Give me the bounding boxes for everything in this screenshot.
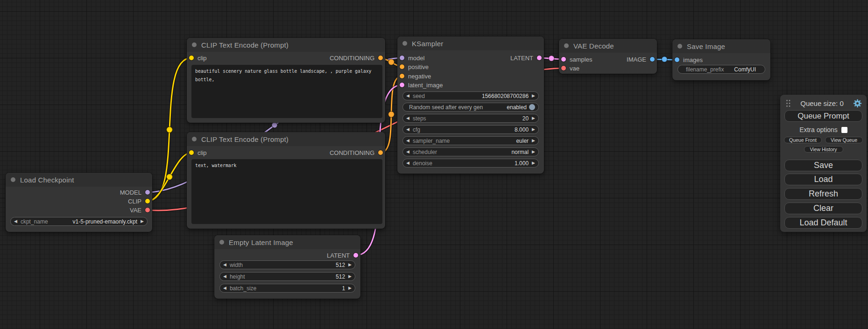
load-default-button[interactable]: Load Default — [784, 217, 862, 229]
widget-seed[interactable]: ◀ seed 156680208700286 ▶ — [402, 91, 539, 100]
widget-cfg[interactable]: ◀ cfg 8.000 ▶ — [402, 125, 539, 134]
node-title-bar[interactable]: Empty Latent Image — [214, 235, 360, 249]
collapse-dot-icon[interactable] — [192, 42, 197, 47]
widget-steps[interactable]: ◀ steps 20 ▶ — [402, 114, 539, 123]
widget-sampler-name[interactable]: ◀ sampler_name euler ▶ — [402, 136, 539, 145]
input-slot-vae[interactable]: vae — [561, 63, 579, 73]
input-slot-positive[interactable]: positive — [400, 62, 429, 71]
decrement-arrow-icon[interactable]: ◀ — [406, 127, 409, 132]
collapse-dot-icon[interactable] — [192, 137, 197, 141]
decrement-arrow-icon[interactable]: ◀ — [406, 94, 409, 98]
node-title-bar[interactable]: KSampler — [397, 36, 544, 50]
conditioning-output-dot[interactable] — [378, 56, 383, 60]
node-title-bar[interactable]: CLIP Text Encode (Prompt) — [187, 38, 385, 52]
latent-output-dot[interactable] — [537, 56, 542, 60]
input-slot-samples[interactable]: samples — [561, 55, 592, 64]
load-button[interactable]: Load — [784, 174, 862, 185]
increment-arrow-icon[interactable]: ▶ — [348, 286, 352, 290]
output-slot-image[interactable]: IMAGE — [627, 55, 655, 64]
image-output-dot[interactable] — [650, 57, 655, 62]
clip-input-dot[interactable] — [189, 150, 194, 155]
decrement-arrow-icon[interactable]: ◀ — [406, 139, 409, 143]
images-input-dot[interactable] — [675, 57, 679, 62]
latent-input-dot[interactable] — [400, 83, 404, 87]
positive-input-dot[interactable] — [400, 64, 404, 69]
decrement-arrow-icon[interactable]: ◀ — [406, 116, 409, 120]
collapse-dot-icon[interactable] — [402, 41, 407, 46]
increment-arrow-icon[interactable]: ▶ — [141, 219, 144, 224]
widget-width[interactable]: ◀ width 512 ▶ — [219, 260, 355, 269]
clear-button[interactable]: Clear — [784, 203, 862, 214]
extra-options-checkbox[interactable] — [841, 127, 847, 133]
output-slot-latent[interactable]: LATENT — [510, 53, 542, 63]
input-slot-latent-image[interactable]: latent_image — [400, 80, 443, 90]
collapse-dot-icon[interactable] — [677, 44, 682, 49]
increment-arrow-icon[interactable]: ▶ — [532, 127, 535, 132]
vae-input-dot[interactable] — [561, 66, 566, 70]
increment-arrow-icon[interactable]: ▶ — [532, 116, 535, 120]
increment-arrow-icon[interactable]: ▶ — [532, 150, 535, 154]
widget-random-seed-toggle[interactable]: Random seed after every gen enabled — [402, 103, 539, 112]
refresh-button[interactable]: Refresh — [784, 188, 862, 200]
input-slot-clip[interactable]: clip — [189, 53, 207, 63]
output-slot-conditioning[interactable]: CONDITIONING — [330, 148, 383, 157]
save-button[interactable]: Save — [784, 160, 862, 171]
view-history-button[interactable]: View History — [804, 146, 843, 153]
prompt-textarea[interactable]: beautiful scenery nature glass bottle la… — [191, 65, 382, 118]
node-save-image[interactable]: Save Image images filename_prefix ComfyU… — [672, 39, 770, 80]
model-output-dot[interactable] — [145, 190, 150, 195]
decrement-arrow-icon[interactable]: ◀ — [223, 263, 226, 267]
latent-output-dot[interactable] — [353, 253, 358, 258]
decrement-arrow-icon[interactable]: ◀ — [223, 286, 226, 290]
increment-arrow-icon[interactable]: ▶ — [348, 274, 352, 279]
widget-ckpt-name[interactable]: ◀ ckpt_name v1-5-pruned-emaonly.ckpt ▶ — [10, 217, 148, 226]
node-title-bar[interactable]: CLIP Text Encode (Prompt) — [187, 132, 385, 146]
decrement-arrow-icon[interactable]: ◀ — [406, 150, 409, 154]
output-slot-vae[interactable]: VAE — [130, 205, 150, 215]
clip-input-dot[interactable] — [189, 56, 194, 60]
collapse-dot-icon[interactable] — [219, 240, 224, 245]
node-title-bar[interactable]: VAE Decode — [559, 39, 657, 53]
drag-handle-icon[interactable] — [786, 99, 791, 107]
increment-arrow-icon[interactable]: ▶ — [532, 139, 535, 143]
decrement-arrow-icon[interactable]: ◀ — [14, 219, 17, 224]
output-slot-latent[interactable]: LATENT — [327, 251, 358, 260]
samples-input-dot[interactable] — [561, 57, 566, 62]
increment-arrow-icon[interactable]: ▶ — [348, 263, 352, 267]
queue-prompt-button[interactable]: Queue Prompt — [784, 110, 862, 122]
node-title-bar[interactable]: Save Image — [672, 39, 770, 53]
prompt-textarea[interactable]: text, watermark — [191, 159, 382, 224]
input-slot-clip[interactable]: clip — [189, 148, 207, 157]
toggle-dot-icon[interactable] — [529, 104, 535, 110]
input-slot-images[interactable]: images — [675, 55, 703, 64]
collapse-dot-icon[interactable] — [564, 43, 569, 48]
widget-height[interactable]: ◀ height 512 ▶ — [219, 272, 355, 281]
settings-gear-icon[interactable] — [853, 99, 862, 108]
widget-filename-prefix[interactable]: filename_prefix ComfyUI — [677, 65, 765, 74]
clip-output-dot[interactable] — [145, 199, 150, 203]
widget-denoise[interactable]: ◀ denoise 1.000 ▶ — [402, 159, 539, 168]
conditioning-output-dot[interactable] — [378, 150, 383, 155]
model-input-dot[interactable] — [400, 56, 404, 60]
input-slot-negative[interactable]: negative — [400, 71, 431, 81]
input-slot-model[interactable]: model — [400, 53, 424, 63]
node-clip-text-encode-negative[interactable]: CLIP Text Encode (Prompt) clip CONDITION… — [187, 132, 385, 229]
decrement-arrow-icon[interactable]: ◀ — [406, 161, 409, 165]
output-slot-conditioning[interactable]: CONDITIONING — [330, 53, 383, 63]
node-load-checkpoint[interactable]: Load Checkpoint MODEL CLIP VAE ◀ ckpt_na… — [6, 173, 152, 232]
node-ksampler[interactable]: KSampler model positive negative latent_… — [397, 36, 544, 174]
node-empty-latent-image[interactable]: Empty Latent Image LATENT ◀ width 512 ▶ … — [214, 235, 360, 299]
output-slot-model[interactable]: MODEL — [120, 188, 150, 197]
collapse-dot-icon[interactable] — [11, 177, 15, 182]
node-title-bar[interactable]: Load Checkpoint — [6, 173, 152, 187]
increment-arrow-icon[interactable]: ▶ — [532, 161, 535, 165]
view-queue-button[interactable]: View Queue — [825, 137, 863, 143]
widget-batch-size[interactable]: ◀ batch_size 1 ▶ — [219, 284, 355, 293]
queue-front-button[interactable]: Queue Front — [784, 137, 822, 143]
node-vae-decode[interactable]: VAE Decode samples vae IMAGE — [559, 39, 657, 74]
vae-output-dot[interactable] — [145, 208, 150, 212]
node-clip-text-encode-positive[interactable]: CLIP Text Encode (Prompt) clip CONDITION… — [187, 38, 385, 123]
widget-scheduler[interactable]: ◀ scheduler normal ▶ — [402, 147, 539, 156]
decrement-arrow-icon[interactable]: ◀ — [223, 274, 226, 279]
negative-input-dot[interactable] — [400, 74, 404, 78]
